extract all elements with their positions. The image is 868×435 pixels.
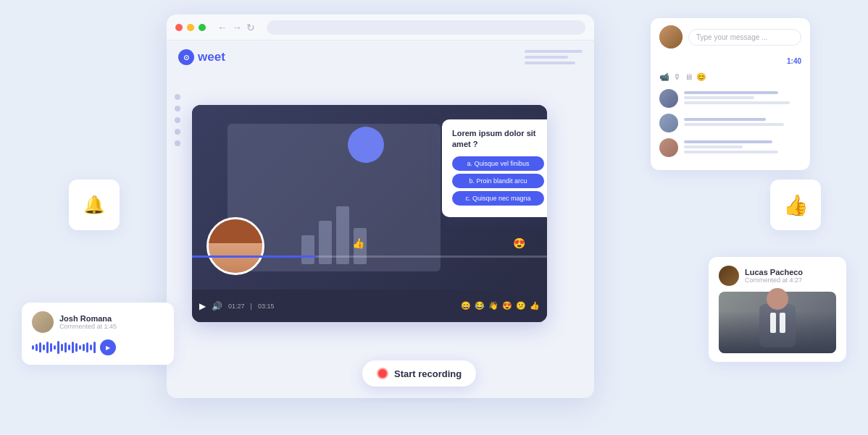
emoji-6[interactable]: 👍 xyxy=(530,301,540,311)
nav-line-2 xyxy=(525,56,568,59)
nav-forward[interactable]: → xyxy=(232,22,242,33)
nav-back[interactable]: ← xyxy=(217,22,228,33)
avatar-hair xyxy=(209,219,262,243)
nav-line-3 xyxy=(525,62,575,64)
browser-sidebar xyxy=(167,87,188,153)
quiz-question: Lorem ipsum dolor sit amet ? xyxy=(452,128,544,151)
comment-meta-right: Lucas Pacheco Commented at 4:27 xyxy=(745,268,803,284)
chat-time-label: 1:40 xyxy=(659,57,801,69)
wave-bar xyxy=(46,342,49,353)
comment-avatar-right xyxy=(719,266,739,286)
chat-item-avatar-2 xyxy=(659,114,678,132)
chat-time: 1:40 xyxy=(787,57,801,65)
emoji-2[interactable]: 😂 xyxy=(475,301,485,311)
progress-bar[interactable] xyxy=(192,255,547,258)
notification-card: 🔔 xyxy=(69,180,120,230)
chat-input[interactable]: Type your message ... xyxy=(688,29,801,46)
emoji-1[interactable]: 😄 xyxy=(461,301,471,311)
quiz-option-a[interactable]: a. Quisque vel finibus xyxy=(452,156,544,171)
comment-time-right: Commented at 4:27 xyxy=(745,276,803,284)
chat-video-icon[interactable]: 📹 xyxy=(659,72,669,82)
chat-line-3b xyxy=(684,145,743,148)
avatar-face xyxy=(209,219,262,273)
play-comment-button[interactable]: ▶ xyxy=(100,339,116,355)
emoji-5[interactable]: 😕 xyxy=(516,301,526,311)
chat-item-3 xyxy=(659,138,801,157)
play-button[interactable]: ▶ xyxy=(199,301,206,311)
volume-button[interactable]: 🔊 xyxy=(212,301,222,311)
time-current: 01:27 xyxy=(228,303,245,310)
time-total: 03:15 xyxy=(258,303,275,310)
chat-screen-icon[interactable]: 🖥 xyxy=(685,72,693,82)
record-dot-icon xyxy=(377,368,388,379)
wave-bar xyxy=(75,343,78,352)
comment-video-thumb xyxy=(719,292,836,353)
chat-line-1a xyxy=(684,91,778,94)
comment-card-right: Lucas Pacheco Commented at 4:27 xyxy=(709,257,846,362)
sidebar-dot-4 xyxy=(175,129,180,135)
quiz-option-b[interactable]: b. Proin blandit arcu xyxy=(452,174,544,188)
chat-list xyxy=(659,89,801,157)
pause-bar-1 xyxy=(770,313,776,333)
quiz-option-c[interactable]: c. Quisque nec magna xyxy=(452,191,544,206)
chat-line-1b xyxy=(684,96,754,99)
wave-bar xyxy=(57,341,59,354)
wave-bar xyxy=(72,342,74,353)
thumbsup-icon: 👍 xyxy=(783,193,809,217)
wave-bar xyxy=(79,345,81,350)
wave-bar xyxy=(68,345,70,350)
chat-item-lines-3 xyxy=(684,140,801,156)
chat-panel: Type your message ... 1:40 📹 🎙 🖥 😊 xyxy=(651,18,810,170)
chat-item-avatar-1 xyxy=(659,89,678,108)
chat-input-row: Type your message ... xyxy=(659,25,801,48)
chat-item-2 xyxy=(659,114,801,132)
browser-nav: ← → ↻ xyxy=(217,22,255,33)
record-label: Start recording xyxy=(394,368,462,379)
dot-green[interactable] xyxy=(199,24,206,31)
chat-item-1 xyxy=(659,89,801,108)
emoji-3[interactable]: 👋 xyxy=(488,301,498,311)
nav-line-1 xyxy=(525,50,583,53)
chat-item-lines-1 xyxy=(684,91,801,106)
chat-line-2a xyxy=(684,118,766,121)
bell-icon: 🔔 xyxy=(83,195,105,215)
wave-bar xyxy=(54,345,56,350)
wave-bar xyxy=(93,342,96,353)
pause-overlay xyxy=(770,313,785,333)
chat-item-avatar-3 xyxy=(659,138,678,157)
nav-refresh[interactable]: ↻ xyxy=(246,22,255,33)
comment-avatar-left xyxy=(32,311,54,333)
waveform-row: ▶ xyxy=(32,339,164,356)
chat-user-avatar xyxy=(659,25,683,48)
video-background: Lorem ipsum dolor sit amet ? a. Quisque … xyxy=(192,105,547,290)
browser-titlebar: ← → ↻ xyxy=(167,14,594,41)
comment-card-left: Josh Romana Commented at 1:45 ▶ xyxy=(22,303,174,365)
reaction-emoji-overlay-2: 😍 xyxy=(513,237,525,249)
start-recording-button[interactable]: Start recording xyxy=(362,360,476,387)
chat-line-1c xyxy=(684,101,790,104)
emoji-4[interactable]: 😍 xyxy=(502,301,512,311)
chat-emoji-icon[interactable]: 😊 xyxy=(696,72,706,82)
reaction-avatar-2: 😍 xyxy=(513,237,525,250)
pause-bar-2 xyxy=(780,313,785,333)
logo-text: weet xyxy=(198,50,225,64)
dot-red[interactable] xyxy=(175,24,183,31)
wave-bar xyxy=(39,342,41,352)
comment-name-left: Josh Romana xyxy=(59,314,117,323)
time-separator: | xyxy=(251,303,252,310)
video-circle xyxy=(348,127,384,163)
chat-line-3c xyxy=(684,151,778,153)
wave-bar xyxy=(50,343,52,352)
emoji-reactions: 😄 😂 👋 😍 😕 👍 xyxy=(461,301,540,311)
chat-mic-icon[interactable]: 🎙 xyxy=(673,72,681,82)
chat-item-lines-2 xyxy=(684,118,801,128)
bar-1 xyxy=(301,235,314,264)
wave-bar xyxy=(86,342,88,352)
wave-bar xyxy=(36,344,38,351)
dot-yellow[interactable] xyxy=(187,24,194,31)
wave-bar xyxy=(32,345,34,350)
comment-header-right: Lucas Pacheco Commented at 4:27 xyxy=(719,266,836,286)
address-bar[interactable] xyxy=(267,20,585,35)
reaction-avatar-1: 👍 xyxy=(352,237,364,250)
weet-logo-icon: ⊙ xyxy=(178,49,194,65)
